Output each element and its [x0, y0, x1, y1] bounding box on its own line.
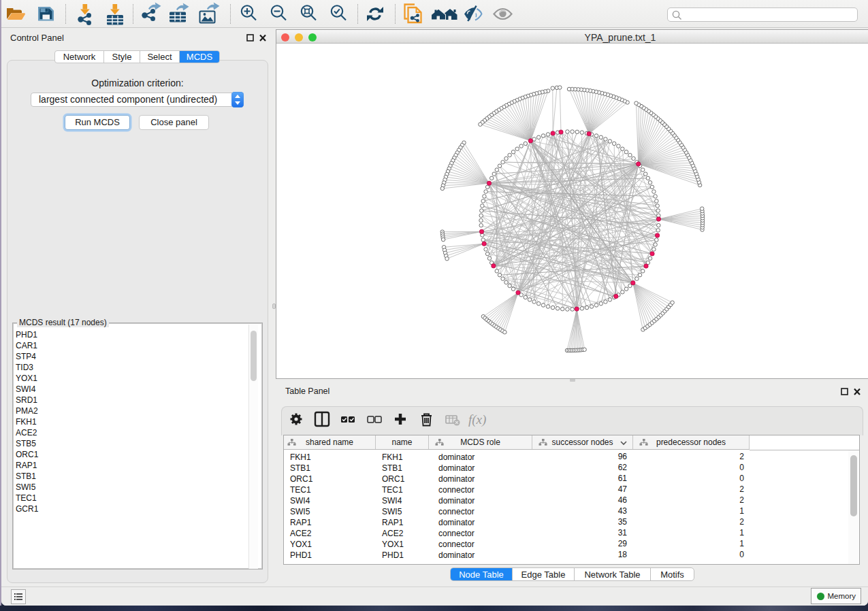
svg-text:f(x): f(x)	[468, 412, 486, 427]
